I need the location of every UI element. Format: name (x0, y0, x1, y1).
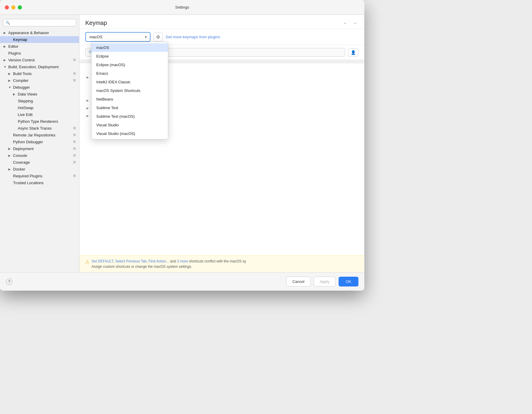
close-button[interactable] (5, 5, 9, 9)
dropdown-item-macos[interactable]: macOS (92, 43, 168, 52)
footer-left: ? (6, 278, 12, 285)
sidebar-search-wrapper[interactable]: 🔍 (3, 19, 76, 26)
chevron-icon: ▶ (4, 58, 7, 62)
set-default-link[interactable]: Set DEFAULT (92, 259, 113, 263)
sidebar-item-label: Docker (13, 167, 25, 171)
sidebar-item-label: Console (13, 153, 27, 158)
sidebar-item-label: HotSwap (18, 106, 33, 110)
warning-icon: ⚠ (85, 259, 89, 265)
apply-button[interactable]: Apply (314, 277, 336, 286)
dropdown-item-emacs[interactable]: Emacs (92, 69, 168, 78)
main-layout: 🔍 ▶Appearance & BehaviorKeymap▶EditorPlu… (0, 15, 364, 272)
sidebar-item-hotswap[interactable]: HotSwap (0, 104, 79, 111)
keymap-select-display[interactable]: macOS (85, 32, 150, 42)
sidebar-item-keymap[interactable]: Keymap (0, 36, 79, 43)
sidebar-item-label: Debugger (13, 85, 30, 90)
maximize-button[interactable] (18, 5, 22, 9)
sidebar-item-appearance[interactable]: ▶Appearance & Behavior (0, 29, 79, 36)
sidebar-item-label: Build, Execution, Deployment (8, 65, 59, 69)
sidebar-item-plugins[interactable]: Plugins (0, 50, 79, 57)
keyboard-icon: ⌘ (73, 140, 76, 144)
sidebar-item-deployment[interactable]: ▶Deployment⌘ (0, 145, 79, 152)
chevron-icon: ▶ (8, 147, 12, 150)
find-action-button[interactable]: 👤 (348, 48, 358, 57)
keymap-toolbar: macOS ▼ macOSEclipseEclipse (macOS)Emacs… (79, 29, 364, 45)
chevron-icon: ▶ (4, 31, 7, 34)
dropdown-item-eclipse[interactable]: Eclipse (92, 52, 168, 60)
sidebar-item-compiler[interactable]: ▶Compiler⌘ (0, 77, 79, 84)
dropdown-item-sublime-text[interactable]: Sublime Text (92, 104, 168, 112)
sidebar-item-label: Stepping (18, 99, 33, 103)
content-header: Keymap ← → (79, 15, 364, 29)
sidebar-item-data-views[interactable]: ▶Data Views (0, 91, 79, 98)
chevron-icon: ▶ (8, 79, 12, 82)
sidebar-item-label: Keymap (13, 37, 27, 42)
more-link[interactable]: 3 more (177, 259, 188, 263)
sidebar-item-label: Deployment (13, 147, 33, 151)
chevron-icon: ▼ (4, 65, 7, 69)
keymap-select-wrapper: macOS ▼ macOSEclipseEclipse (macOS)Emacs… (85, 32, 150, 42)
search-icon: 🔍 (6, 21, 10, 25)
forward-button[interactable]: → (351, 20, 358, 26)
dropdown-item-macos-system[interactable]: macOS System Shortcuts (92, 86, 168, 95)
sidebar-item-trusted-locations[interactable]: Trusted Locations (0, 179, 79, 186)
chevron-icon: ▶ (4, 45, 7, 48)
sidebar-item-label: Editor (8, 44, 18, 49)
sidebar-item-docker[interactable]: ▶Docker (0, 166, 79, 173)
sidebar-item-editor[interactable]: ▶Editor (0, 43, 79, 50)
sidebar-item-label: Trusted Locations (13, 181, 44, 185)
dropdown-item-visual-studio[interactable]: Visual Studio (92, 121, 168, 129)
dropdown-item-eclipse-macos[interactable]: Eclipse (macOS) (92, 60, 168, 69)
dropdown-item-sublime-text-macos[interactable]: Sublime Text (macOS) (92, 112, 168, 121)
get-more-link[interactable]: Get more keymaps from plugins (166, 35, 220, 39)
sidebar-item-label: Compiler (13, 78, 28, 83)
keyboard-icon: ⌘ (73, 133, 76, 137)
footer-buttons: Cancel Apply OK (286, 277, 358, 286)
dropdown-item-visual-studio-macos[interactable]: Visual Studio (macOS) (92, 129, 168, 138)
keyboard-icon: ⌘ (73, 154, 76, 157)
sidebar-item-python-type[interactable]: Python Type Renderers (0, 118, 79, 125)
sidebar-item-label: Version Control (8, 58, 35, 62)
sidebar-item-version-control[interactable]: ▶Version Control⌘ (0, 57, 79, 63)
gear-button[interactable]: ⚙ (153, 33, 163, 42)
sidebar-item-label: Required Plugins (13, 174, 42, 178)
ok-button[interactable]: OK (339, 277, 358, 286)
sidebar-item-coverage[interactable]: Coverage⌘ (0, 159, 79, 166)
dropdown-item-netbeans[interactable]: NetBeans (92, 95, 168, 104)
sidebar-item-build-tools[interactable]: ▶Build Tools⌘ (0, 70, 79, 77)
sidebar-item-build-execution[interactable]: ▼Build, Execution, Deployment (0, 63, 79, 70)
sidebar-item-async-stack[interactable]: Async Stack Traces⌘ (0, 125, 79, 132)
keyboard-icon: ⌘ (73, 126, 76, 130)
sidebar-item-required-plugins[interactable]: Required Plugins⌘ (0, 173, 79, 179)
cancel-button[interactable]: Cancel (286, 277, 310, 286)
nav-arrows: ← → (342, 20, 358, 26)
sidebar: 🔍 ▶Appearance & BehaviorKeymap▶EditorPlu… (0, 15, 79, 272)
find-action-link[interactable]: Find Action... (148, 259, 169, 263)
sidebar-search-input[interactable] (12, 20, 73, 25)
sidebar-item-debugger[interactable]: ▼Debugger (0, 84, 79, 91)
warning-line2: Assign custom shortcuts or change the ma… (92, 265, 192, 269)
keyboard-icon: ⌘ (73, 174, 76, 178)
sidebar-item-remote-jar[interactable]: Remote Jar Repositories⌘ (0, 132, 79, 138)
sidebar-item-label: Python Debugger (13, 140, 43, 144)
dropdown-item-intellij-classic[interactable]: IntelliJ IDEA Classic (92, 78, 168, 86)
sidebar-item-python-debugger[interactable]: Python Debugger⌘ (0, 138, 79, 145)
content-area: Keymap ← → macOS ▼ macOSEclipseEclipse (… (79, 15, 364, 272)
back-button[interactable]: ← (342, 20, 349, 26)
sidebar-item-live-edit[interactable]: Live Edit (0, 111, 79, 118)
page-title: Keymap (85, 20, 107, 26)
tree-chevron-icon: ▶ (86, 76, 90, 79)
select-prev-tab-link[interactable]: Select Previous Tab (115, 259, 147, 263)
sidebar-item-label: Plugins (8, 51, 21, 55)
sidebar-item-label: Data Views (18, 92, 37, 96)
dropdown-items: macOSEclipseEclipse (macOS)EmacsIntelliJ… (92, 43, 168, 138)
chevron-icon: ▶ (8, 154, 12, 157)
keyboard-icon: ⌘ (73, 147, 76, 151)
sidebar-item-stepping[interactable]: Stepping (0, 98, 79, 104)
sidebar-item-label: Live Edit (18, 112, 33, 117)
warning-suffix: shortcuts conflict with the macOS sy (188, 259, 246, 263)
tree-chevron-icon: ▶ (86, 99, 90, 102)
help-button[interactable]: ? (6, 278, 12, 285)
sidebar-item-console[interactable]: ▶Console⌘ (0, 152, 79, 159)
minimize-button[interactable] (11, 5, 15, 9)
